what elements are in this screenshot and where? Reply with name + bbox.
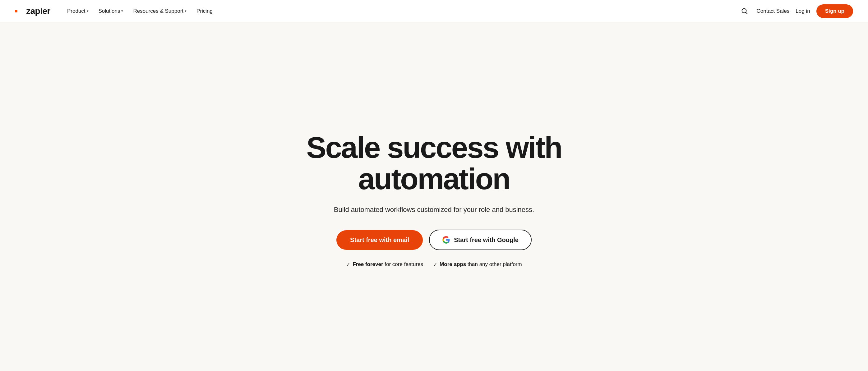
nav-links: Product ▾ Solutions ▾ Resources & Suppor… [63, 6, 217, 17]
chevron-down-icon: ▾ [185, 9, 187, 13]
start-free-email-button[interactable]: Start free with email [336, 230, 423, 250]
logo-text: zapier [26, 6, 50, 16]
hero-buttons: Start free with email Start free with Go… [336, 230, 532, 250]
checkmark-icon: ✓ [433, 262, 437, 268]
hero-features: ✓ Free forever for core features ✓ More … [346, 261, 522, 268]
contact-sales-link[interactable]: Contact Sales [757, 8, 789, 14]
search-button[interactable] [739, 5, 750, 17]
signup-button[interactable]: Sign up [816, 4, 853, 18]
google-button-label: Start free with Google [454, 236, 519, 244]
nav-product-label: Product [67, 8, 86, 14]
start-free-google-button[interactable]: Start free with Google [429, 230, 532, 250]
hero-section: Scale success with automation Build auto… [0, 22, 868, 371]
search-icon [741, 8, 748, 14]
nav-solutions-label: Solutions [98, 8, 120, 14]
checkmark-icon: ✓ [346, 262, 350, 268]
hero-title: Scale success with automation [294, 132, 574, 195]
nav-pricing-label: Pricing [196, 8, 213, 14]
feature-apps-bold: More apps than any other platform [440, 261, 522, 268]
feature-item-free: ✓ Free forever for core features [346, 261, 423, 268]
nav-item-product[interactable]: Product ▾ [63, 6, 93, 17]
nav-item-resources[interactable]: Resources & Support ▾ [129, 6, 191, 17]
hero-subtitle: Build automated workflows customized for… [334, 204, 534, 215]
nav-resources-label: Resources & Support [133, 8, 183, 14]
svg-line-2 [745, 12, 747, 14]
feature-item-apps: ✓ More apps than any other platform [433, 261, 522, 268]
chevron-down-icon: ▾ [87, 9, 89, 13]
zapier-logo-icon [15, 8, 24, 14]
navbar-left: zapier Product ▾ Solutions ▾ Resources &… [15, 6, 217, 17]
svg-rect-0 [15, 10, 18, 12]
nav-item-solutions[interactable]: Solutions ▾ [94, 6, 128, 17]
login-link[interactable]: Log in [796, 8, 810, 14]
nav-item-pricing[interactable]: Pricing [192, 6, 217, 17]
navbar-right: Contact Sales Log in Sign up [739, 4, 854, 18]
logo-link[interactable]: zapier [15, 6, 50, 16]
feature-free-bold: Free forever for core features [352, 261, 423, 268]
google-logo-icon [442, 236, 450, 244]
navbar: zapier Product ▾ Solutions ▾ Resources &… [0, 0, 868, 22]
chevron-down-icon: ▾ [121, 9, 123, 13]
